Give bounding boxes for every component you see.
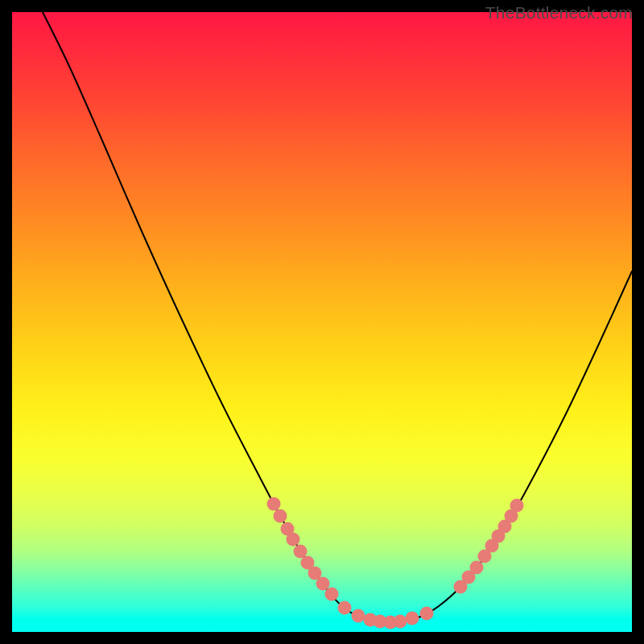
curve-dot (294, 545, 308, 559)
curve-dot (267, 497, 281, 511)
curve-dot (420, 607, 434, 621)
curve-dots-group (267, 497, 524, 630)
curve-dot (338, 601, 352, 615)
watermark-text: TheBottleneck.com (485, 3, 633, 23)
curve-dot (352, 609, 365, 623)
gradient-plot-area (12, 12, 632, 632)
curve-layer (12, 12, 632, 632)
chart-frame: TheBottleneck.com (0, 0, 644, 644)
curve-dot (394, 615, 407, 629)
curve-dot (287, 533, 300, 547)
curve-dot (316, 577, 330, 591)
curve-dot (325, 588, 339, 601)
bottleneck-curve (43, 12, 632, 622)
curve-dot (510, 499, 524, 513)
curve-dot (406, 612, 419, 625)
curve-dot (274, 510, 287, 523)
curve-dot (470, 561, 484, 575)
